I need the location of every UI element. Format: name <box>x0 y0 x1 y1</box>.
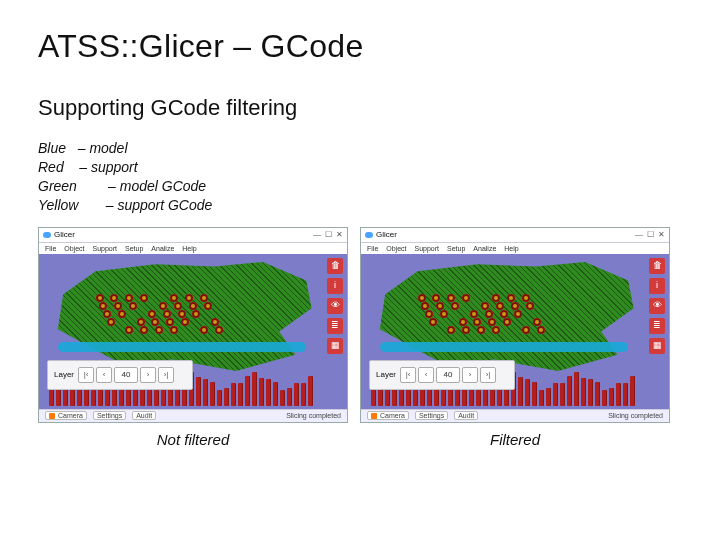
menu-item[interactable]: Analize <box>473 245 496 252</box>
menu-item[interactable]: Analize <box>151 245 174 252</box>
maximize-button[interactable]: ☐ <box>647 231 654 239</box>
layer-next-button[interactable]: › <box>140 367 156 383</box>
screenshot-left: Glicer — ☐ ✕ File Object Support Setup A… <box>38 227 348 448</box>
eye-icon[interactable]: 👁 <box>327 298 343 314</box>
window-titlebar: Glicer — ☐ ✕ <box>39 228 347 243</box>
layer-panel: Layer |‹ ‹ 40 › ›| <box>47 360 193 390</box>
layer-next-button[interactable]: › <box>462 367 478 383</box>
minimize-button[interactable]: — <box>313 231 321 239</box>
close-button[interactable]: ✕ <box>336 231 343 239</box>
layer-last-button[interactable]: ›| <box>158 367 174 383</box>
color-legend: Blue – model Red – support Green – model… <box>38 139 682 215</box>
caption-left: Not filtered <box>38 431 348 448</box>
layer-prev-button[interactable]: ‹ <box>96 367 112 383</box>
layer-first-button[interactable]: |‹ <box>400 367 416 383</box>
right-toolbar: 🗑 i 👁 ≣ ▦ <box>327 258 343 354</box>
layer-prev-button[interactable]: ‹ <box>418 367 434 383</box>
window-controls: — ☐ ✕ <box>313 231 343 239</box>
minimize-button[interactable]: — <box>635 231 643 239</box>
menu-item[interactable]: File <box>45 245 56 252</box>
menu-item[interactable]: Help <box>182 245 196 252</box>
menu-item[interactable]: Object <box>386 245 406 252</box>
camera-icon <box>371 413 377 419</box>
app-window: Glicer — ☐ ✕ File Object Support Setup A… <box>360 227 670 423</box>
model-blue-layer <box>380 342 628 352</box>
app-logo-icon <box>43 232 51 238</box>
legend-row: Blue – model <box>38 139 682 158</box>
grid-icon[interactable]: ▦ <box>649 338 665 354</box>
layer-label: Layer <box>54 370 74 379</box>
status-bar: Camera Settings Audit Slicing completed <box>39 409 347 422</box>
layer-label: Layer <box>376 370 396 379</box>
layers-icon[interactable]: ≣ <box>327 318 343 334</box>
app-window: Glicer — ☐ ✕ File Object Support Setup A… <box>38 227 348 423</box>
app-logo-icon <box>365 232 373 238</box>
menu-item[interactable]: File <box>367 245 378 252</box>
status-message: Slicing completed <box>286 412 341 419</box>
status-settings[interactable]: Settings <box>93 411 126 420</box>
page-subtitle: Supporting GCode filtering <box>38 95 682 121</box>
status-camera[interactable]: Camera <box>45 411 87 420</box>
status-bar: Camera Settings Audit Slicing completed <box>361 409 669 422</box>
menu-item[interactable]: Help <box>504 245 518 252</box>
support-pegs <box>418 294 542 338</box>
slide: ATSS::Glicer – GCode Supporting GCode fi… <box>0 0 720 540</box>
trash-icon[interactable]: 🗑 <box>327 258 343 274</box>
status-camera[interactable]: Camera <box>367 411 409 420</box>
legend-row: Red – support <box>38 158 682 177</box>
status-audit[interactable]: Audit <box>132 411 156 420</box>
info-icon[interactable]: i <box>327 278 343 294</box>
model-blue-layer <box>58 342 306 352</box>
layer-panel: Layer |‹ ‹ 40 › ›| <box>369 360 515 390</box>
layers-icon[interactable]: ≣ <box>649 318 665 334</box>
window-title: Glicer <box>43 230 75 239</box>
screenshot-right: Glicer — ☐ ✕ File Object Support Setup A… <box>360 227 670 448</box>
viewport-3d[interactable]: 🗑 i 👁 ≣ ▦ Layer |‹ ‹ 40 › ›| <box>39 254 347 410</box>
right-toolbar: 🗑 i 👁 ≣ ▦ <box>649 258 665 354</box>
trash-icon[interactable]: 🗑 <box>649 258 665 274</box>
window-title: Glicer <box>365 230 397 239</box>
model-preview <box>369 260 639 376</box>
status-settings[interactable]: Settings <box>415 411 448 420</box>
window-controls: — ☐ ✕ <box>635 231 665 239</box>
menu-item[interactable]: Object <box>64 245 84 252</box>
menu-item[interactable]: Support <box>93 245 118 252</box>
layer-first-button[interactable]: |‹ <box>78 367 94 383</box>
status-audit[interactable]: Audit <box>454 411 478 420</box>
legend-row: Yellow – support GCode <box>38 196 682 215</box>
info-icon[interactable]: i <box>649 278 665 294</box>
layer-value[interactable]: 40 <box>114 367 138 383</box>
layer-last-button[interactable]: ›| <box>480 367 496 383</box>
model-preview <box>47 260 317 376</box>
status-message: Slicing completed <box>608 412 663 419</box>
screenshots-row: Glicer — ☐ ✕ File Object Support Setup A… <box>38 227 682 448</box>
camera-icon <box>49 413 55 419</box>
menu-item[interactable]: Setup <box>125 245 143 252</box>
window-titlebar: Glicer — ☐ ✕ <box>361 228 669 243</box>
eye-icon[interactable]: 👁 <box>649 298 665 314</box>
support-pegs <box>96 294 220 338</box>
page-title: ATSS::Glicer – GCode <box>38 28 682 65</box>
close-button[interactable]: ✕ <box>658 231 665 239</box>
menu-item[interactable]: Support <box>415 245 440 252</box>
layer-value[interactable]: 40 <box>436 367 460 383</box>
maximize-button[interactable]: ☐ <box>325 231 332 239</box>
grid-icon[interactable]: ▦ <box>327 338 343 354</box>
caption-right: Filtered <box>360 431 670 448</box>
viewport-3d[interactable]: 🗑 i 👁 ≣ ▦ Layer |‹ ‹ 40 › ›| <box>361 254 669 410</box>
legend-row: Green – model GCode <box>38 177 682 196</box>
menu-item[interactable]: Setup <box>447 245 465 252</box>
